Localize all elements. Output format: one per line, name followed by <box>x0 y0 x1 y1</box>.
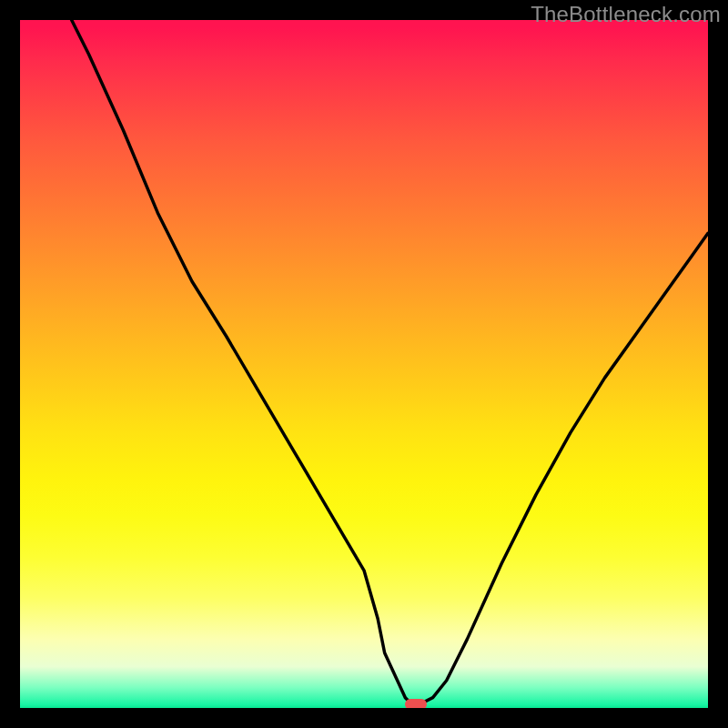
bottleneck-gradient-background <box>20 20 708 708</box>
chart-frame: TheBottleneck.com <box>0 0 728 728</box>
optimal-point-marker <box>405 699 427 708</box>
attribution-watermark: TheBottleneck.com <box>531 2 721 27</box>
plot-area <box>20 20 708 708</box>
